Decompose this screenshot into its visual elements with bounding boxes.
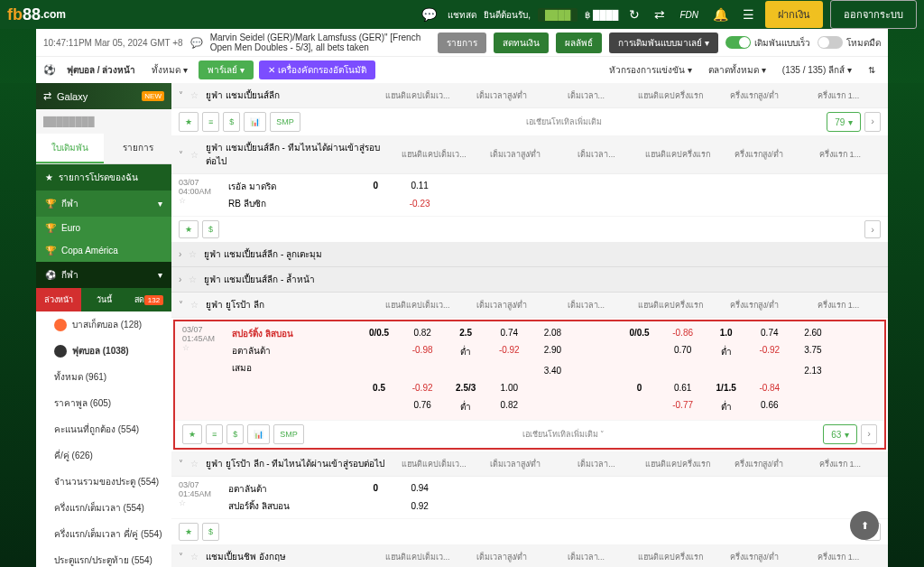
transfer-icon[interactable]: ⇄ [651, 7, 669, 22]
content-area: ˅ ☆ ยูฟ่า แชมเปี้ยนส์ลีก แฮนดิแคปเต็มเว.… [171, 83, 888, 567]
smp-action[interactable]: SMP [270, 112, 300, 132]
market-filter[interactable]: ตลาดทั้งหมด ▾ [703, 60, 772, 79]
logo[interactable]: fb88.com [7, 5, 66, 24]
tab-betslip[interactable]: ใบเดิมพัน [36, 134, 104, 163]
subtab-future[interactable]: ล่วงหน้า [36, 288, 81, 311]
autofilter-button[interactable]: ✕ เครื่องคัดกรองอัตโนมัติ [259, 60, 375, 79]
sidebar-favorites[interactable]: ★ รายการโปรดของฉัน [36, 164, 171, 191]
sidebar-sports[interactable]: 🏆 กีฬา▾ [36, 191, 171, 217]
galaxy-header[interactable]: ⇄ Galaxy NEW [36, 83, 171, 109]
menu-icon[interactable]: ☰ [739, 7, 758, 22]
league-ucl-future[interactable]: ›☆ยูฟ่า แชมเปี้ยนส์ลีก - ล้ำหน้า [171, 267, 888, 293]
league-header-ucl-next: ˅ ☆ ยูฟ่า แชมเปี้ยนส์ลีก - ทีมไหนได้ผ่าน… [171, 135, 888, 174]
list-button[interactable]: รายการ [438, 33, 486, 53]
deposit-button[interactable]: ฝากเงิน [765, 1, 823, 28]
sort-icon[interactable]: ⇅ [863, 62, 881, 78]
sidebar-sub-6[interactable]: ครึ่งแรก/เต็มเวลา คี่/คู่ (554) [36, 521, 171, 547]
subtab-live[interactable]: สด132 [126, 288, 171, 311]
refresh-icon[interactable]: ↻ [625, 7, 643, 22]
fav-action[interactable]: ★ [179, 112, 199, 132]
count-79[interactable]: 79 ▾ [827, 112, 861, 132]
sidebar-sub-0[interactable]: ทั้งหมด (961) [36, 364, 171, 390]
main-header: fb88.com 💬 แชทสด ยินดีต้อนรับ, ████ ฿ ██… [0, 0, 924, 29]
chat-label[interactable]: แชทสด [448, 8, 476, 22]
league-header-championship: ˅ ☆ แชมเปี้ยนชิพ อังกฤษ แฮนดิแคปเต็มเว..… [171, 544, 888, 567]
league-header-ucl: ˅ ☆ ยูฟ่า แชมเปี้ยนส์ลีก แฮนดิแคปเต็มเว.… [171, 83, 888, 108]
odds-format-button[interactable]: การเดิมพันแบบมาเลย์ ▾ [609, 33, 718, 53]
sidebar-euro[interactable]: 🏆 Euro [36, 217, 171, 239]
welcome-text: ยินดีต้อนรับ, [484, 8, 531, 22]
collapse-icon[interactable]: ˅ [179, 90, 183, 100]
leagues-filter[interactable]: (135 / 135) ลีกส์ ▾ [777, 60, 857, 79]
league-header-uel-next: ˅ ☆ ยูฟ่า ยูโรป้า ลีก - ทีมไหนได้ผ่านเข้… [171, 451, 888, 477]
sidebar-copa[interactable]: 🏆 Copa América [36, 239, 171, 262]
results-button[interactable]: ผลลัพธ์ [556, 33, 602, 53]
fdn-icon[interactable]: FDN [676, 10, 702, 20]
sidebar-sub-1[interactable]: ราคาพูล (605) [36, 390, 171, 416]
time-display: 10:47:11PM Mar 05, 2024 GMT +8 [43, 38, 183, 48]
sidebar-sub-3[interactable]: คี่/คู่ (626) [36, 442, 171, 469]
sidebar-sub-4[interactable]: จำนวนรวมของประตู (554) [36, 469, 171, 495]
new-badge: NEW [142, 91, 164, 101]
sub-header: 10:47:11PM Mar 05, 2024 GMT +8 💬 Marvin … [36, 29, 888, 56]
group-filter[interactable]: หัวกรองการแข่งขัน ▾ [604, 60, 698, 79]
tab-list[interactable]: รายการ [104, 134, 171, 163]
match-row-1: 03/0704:00AM☆ เรอัล มาดริด RB ลีบซิก 0 0… [171, 174, 888, 217]
count-63[interactable]: 63 ▾ [823, 424, 857, 444]
league-header-uel: ˅ ☆ ยูฟ่า ยูโรป้า ลีก แฮนดิแคปเต็มเว... … [171, 293, 888, 318]
logout-button[interactable]: ออกจากระบบ [830, 0, 917, 29]
chart-action[interactable]: 📊 [244, 112, 266, 132]
sport-icon: ⚽ [43, 64, 56, 76]
sidebar-basketball[interactable]: บาสเก็ตบอล (128) [36, 311, 171, 338]
notification-icon[interactable]: 🔔 [709, 7, 732, 22]
chat-icon[interactable]: 💬 [418, 7, 440, 22]
sidebar-sub-5[interactable]: ครึ่งแรก/เต็มเวลา (554) [36, 495, 171, 521]
balance-area[interactable]: ฿ ████ [585, 10, 618, 20]
filter-bar: ⚽ ฟุตบอล / ล่วงหน้า ทั้งหมด ▾ พาร์เลย์ ▾… [36, 56, 888, 83]
subtab-today[interactable]: วันนี้ [81, 288, 126, 311]
live-button[interactable]: สดทนเงิน [494, 33, 549, 53]
username-display: ████████ [36, 109, 171, 134]
money-action[interactable]: $ [223, 112, 240, 132]
highlighted-match: 03/0701:45AM☆ สปอร์ติ้ง ลิสบอน อตาลันต้า… [173, 320, 886, 450]
league-ucl-corners[interactable]: ›☆ยูฟ่า แชมเปี้ยนส์ลีก - ลูกเตะมุม [171, 242, 888, 267]
sidebar-sport-main[interactable]: ⚽ กีฬา▾ [36, 262, 171, 288]
expand-btn[interactable]: › [864, 112, 881, 132]
message-icon[interactable]: 💬 [190, 37, 203, 49]
stats-action[interactable]: ≡ [202, 112, 219, 132]
star-icon[interactable]: ☆ [190, 90, 199, 100]
username-masked: ████ [538, 8, 578, 22]
exchange-icon: ⇄ [43, 90, 51, 102]
scroll-top-button[interactable]: ⬆ [850, 511, 879, 540]
quick-bet-toggle[interactable]: เดิมพันแบบเร็ว [725, 36, 810, 50]
sidebar-sub-7[interactable]: ประตูแรก/ประตูท้าย (554) [36, 547, 171, 567]
dark-mode-toggle[interactable]: โหมดมืด [818, 36, 881, 50]
parlay-button[interactable]: พาร์เลย์ ▾ [199, 60, 254, 79]
sport-filter[interactable]: ฟุตบอล / ล่วงหน้า [61, 60, 141, 79]
sidebar-sub-2[interactable]: คะแนนที่ถูกต้อง (554) [36, 416, 171, 442]
news-ticker: Marvin Seidel (GER)/Mark Lamsfuss (GER)"… [210, 33, 431, 52]
sidebar: ⇄ Galaxy NEW ████████ ใบเดิมพัน รายการ ★… [36, 83, 171, 567]
match-row-3: 03/0701:45AM☆ อตาลันต้า สปอร์ติ้ง ลิสบอน… [171, 477, 888, 519]
all-filter[interactable]: ทั้งหมด ▾ [146, 60, 193, 79]
sidebar-football[interactable]: ฟุตบอล (1038) [36, 338, 171, 364]
